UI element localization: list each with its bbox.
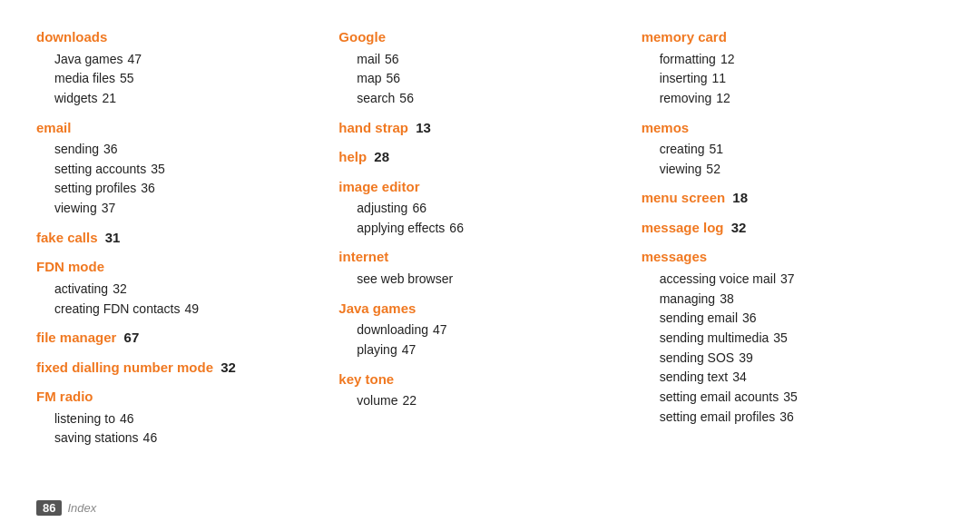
sub-items: downloading47playing47 bbox=[338, 320, 622, 360]
entry-title: fake calls bbox=[36, 230, 98, 245]
sub-item: Java games47 bbox=[54, 50, 320, 70]
sub-item-number: 66 bbox=[412, 199, 426, 219]
sub-item-label: activating bbox=[54, 280, 108, 300]
sub-item-label: adjusting bbox=[357, 199, 407, 219]
sub-item-label: viewing bbox=[660, 160, 702, 180]
index-entry: messagesaccessing voice mail37managing38… bbox=[642, 247, 926, 427]
index-entry: image editoradjusting66applying effects6… bbox=[338, 177, 622, 239]
entry-number: 32 bbox=[728, 220, 747, 235]
sub-item: formatting12 bbox=[660, 50, 926, 70]
sub-item-number: 66 bbox=[449, 219, 464, 239]
sub-item-number: 49 bbox=[185, 300, 200, 320]
sub-items: see web browser bbox=[338, 270, 622, 290]
sub-item-label: inserting bbox=[660, 69, 708, 89]
sub-item-number: 56 bbox=[399, 89, 414, 109]
sub-item: setting email profiles36 bbox=[660, 408, 926, 428]
entry-title: memos bbox=[642, 120, 690, 135]
sub-item-number: 51 bbox=[709, 140, 723, 160]
sub-item-number: 34 bbox=[732, 368, 747, 388]
sub-item: setting profiles36 bbox=[54, 179, 320, 199]
sub-item: setting email acounts35 bbox=[660, 388, 926, 408]
sub-item-label: see web browser bbox=[357, 270, 453, 290]
sub-item-label: creating bbox=[660, 140, 705, 160]
sub-item-number: 47 bbox=[127, 50, 142, 70]
entry-title: FM radio bbox=[36, 389, 93, 404]
sub-items: adjusting66applying effects66 bbox=[338, 199, 622, 238]
sub-items: creating51viewing52 bbox=[642, 140, 926, 179]
entry-number: 67 bbox=[120, 330, 139, 345]
sub-item: viewing52 bbox=[660, 160, 926, 180]
entry-number: 13 bbox=[412, 120, 431, 135]
sub-items: mail56map56search56 bbox=[338, 50, 622, 109]
sub-item-label: downloading bbox=[357, 320, 428, 340]
sub-item-label: viewing bbox=[54, 199, 97, 219]
index-entry: downloadsJava games47media files55widget… bbox=[36, 27, 320, 109]
entry-title: email bbox=[36, 120, 71, 135]
sub-item-number: 22 bbox=[402, 391, 416, 411]
sub-item: creating FDN contacts49 bbox=[54, 300, 320, 320]
index-entry: memoscreating51viewing52 bbox=[642, 118, 926, 180]
sub-item-number: 21 bbox=[102, 89, 116, 109]
sub-item-number: 35 bbox=[151, 160, 165, 180]
sub-item: saving stations46 bbox=[54, 429, 320, 448]
sub-item-label: sending SOS bbox=[660, 349, 735, 369]
sub-item: sending text34 bbox=[660, 368, 926, 388]
sub-item: media files55 bbox=[54, 69, 320, 89]
sub-item-number: 56 bbox=[387, 69, 401, 89]
sub-item-number: 32 bbox=[113, 280, 127, 300]
sub-item-number: 46 bbox=[143, 429, 158, 448]
sub-item-number: 36 bbox=[779, 408, 794, 428]
sub-item-label: sending text bbox=[660, 368, 729, 388]
index-entry: emailsending36setting accounts35setting … bbox=[36, 118, 320, 219]
sub-item: applying effects66 bbox=[357, 219, 622, 239]
entry-title: hand strap bbox=[338, 120, 408, 135]
sub-items: formatting12inserting11removing12 bbox=[642, 50, 926, 109]
index-entry: key tonevolume22 bbox=[338, 369, 622, 411]
sub-item: sending36 bbox=[54, 140, 320, 160]
sub-item-number: 11 bbox=[712, 69, 727, 89]
sub-item-label: volume bbox=[357, 391, 397, 411]
sub-item: sending email36 bbox=[660, 309, 926, 329]
sub-item: search56 bbox=[357, 89, 622, 109]
sub-item-label: media files bbox=[54, 69, 115, 89]
entry-number: 31 bbox=[102, 230, 121, 245]
entry-title: FDN mode bbox=[36, 259, 104, 274]
sub-item: listening to46 bbox=[54, 409, 320, 429]
index-entry: hand strap 13 bbox=[338, 118, 622, 139]
sub-item-number: 35 bbox=[773, 329, 788, 349]
index-entry: Googlemail56map56search56 bbox=[338, 27, 622, 109]
sub-item: map56 bbox=[357, 69, 622, 89]
sub-items: activating32creating FDN contacts49 bbox=[36, 280, 320, 319]
sub-item: creating51 bbox=[660, 140, 926, 160]
page: downloadsJava games47media files55widget… bbox=[0, 0, 980, 532]
sub-item-label: managing bbox=[660, 290, 716, 310]
sub-items: accessing voice mail37managing38sending … bbox=[642, 270, 926, 428]
entry-title: Java games bbox=[338, 300, 416, 316]
sub-item: see web browser bbox=[357, 270, 622, 290]
sub-item-label: sending multimedia bbox=[660, 329, 769, 349]
index-entry: menu screen 18 bbox=[642, 188, 926, 209]
sub-item-number: 36 bbox=[103, 140, 118, 160]
sub-item-number: 12 bbox=[720, 50, 735, 70]
sub-item: sending SOS39 bbox=[660, 349, 926, 369]
footer-label: Index bbox=[67, 501, 96, 515]
column-3: memory cardformatting12inserting11removi… bbox=[642, 27, 944, 468]
sub-item-label: formatting bbox=[660, 50, 716, 70]
sub-item: volume22 bbox=[357, 391, 622, 411]
index-entry: memory cardformatting12inserting11removi… bbox=[642, 27, 926, 109]
sub-items: sending36setting accounts35setting profi… bbox=[36, 140, 320, 219]
index-entry: Java gamesdownloading47playing47 bbox=[338, 299, 622, 360]
sub-item-label: search bbox=[357, 89, 395, 109]
index-entry: fake calls 31 bbox=[36, 228, 320, 249]
sub-item-number: 46 bbox=[120, 409, 134, 429]
sub-item: adjusting66 bbox=[357, 199, 622, 219]
entry-title: image editor bbox=[338, 179, 419, 194]
sub-item: downloading47 bbox=[357, 320, 622, 340]
sub-item-label: creating FDN contacts bbox=[54, 300, 181, 320]
entry-title: internet bbox=[338, 249, 388, 264]
sub-item-label: Java games bbox=[54, 50, 122, 70]
columns-container: downloadsJava games47media files55widget… bbox=[36, 27, 944, 468]
index-entry: fixed dialling number mode 32 bbox=[36, 358, 320, 379]
sub-item-number: 56 bbox=[385, 50, 399, 70]
entry-title: help bbox=[338, 149, 367, 164]
